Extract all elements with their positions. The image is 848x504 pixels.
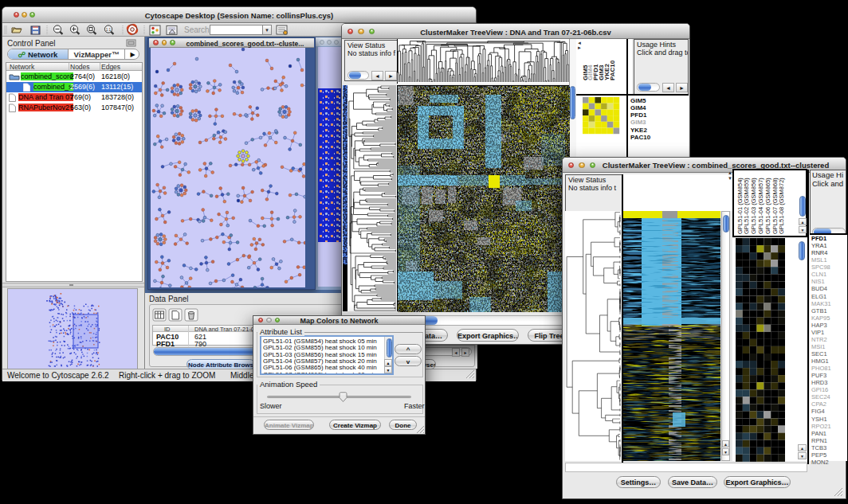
svg-text:1:1: 1:1	[106, 28, 112, 32]
svg-text:Search:: Search:	[184, 25, 211, 34]
